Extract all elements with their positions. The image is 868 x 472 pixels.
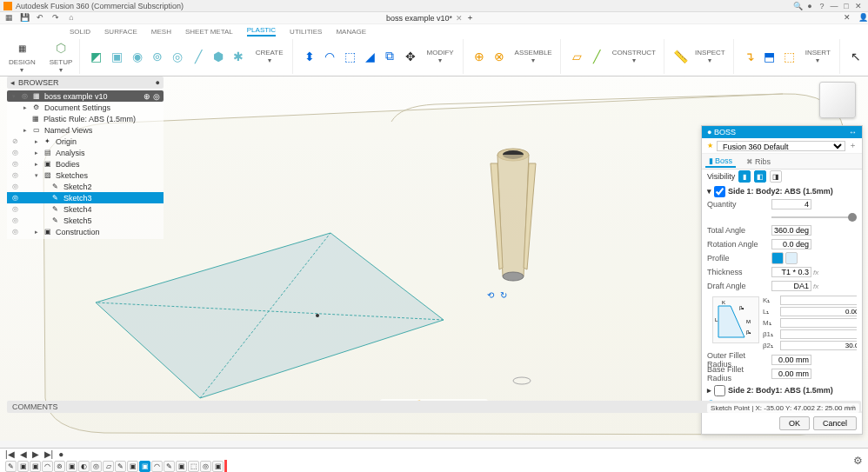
tool-joint[interactable]: ⊕ (471, 47, 489, 66)
vis-mode-1[interactable]: ▮ (738, 170, 751, 183)
tool-insert-mc[interactable]: ⬒ (760, 47, 778, 66)
tool-insert-mesh[interactable]: ⬚ (780, 47, 798, 66)
timeline-feature[interactable]: ▣ (139, 461, 150, 472)
settings-gear-icon[interactable]: ⚙ (853, 455, 863, 467)
tree-root[interactable]: ◎▦boss example v10⊕◎ (7, 90, 164, 102)
tree-analysis[interactable]: ◎▤Analysis (7, 147, 164, 158)
pin-icon[interactable]: ↔ (849, 128, 857, 136)
fx-icon[interactable]: fx (813, 269, 818, 276)
tool-revolve[interactable]: ◉ (128, 47, 146, 66)
tool-shell[interactable]: ⬚ (340, 47, 358, 66)
timeline-feature[interactable]: ▣ (66, 461, 77, 472)
tab-manage[interactable]: MANAGE (336, 28, 366, 37)
timeline-feature[interactable]: ▣ (30, 461, 41, 472)
tool-insert-deriv[interactable]: ↴ (741, 47, 759, 66)
tree-plastic-rule[interactable]: ▦Plastic Rule: ABS (1.5mm) (7, 113, 164, 124)
view-cube[interactable] (819, 82, 856, 118)
vis-mode-3[interactable]: ◨ (770, 170, 782, 183)
document-tab[interactable]: boss example v10* ✕ ＋ (386, 12, 474, 23)
tab-sheet-metal[interactable]: SHEET METAL (185, 28, 233, 37)
tool-as-built[interactable]: ⊗ (491, 47, 509, 66)
boss-tab-boss[interactable]: ▮Boss (705, 156, 736, 168)
vis-mode-2[interactable]: ◧ (754, 170, 766, 183)
tree-doc-settings[interactable]: ⚙Document Settings (7, 102, 164, 113)
tree-sketches[interactable]: ◎▨Sketches (7, 170, 164, 181)
timeline-feature[interactable]: ▣ (127, 461, 138, 472)
add-preset-icon[interactable]: ＋ (849, 140, 857, 151)
param-l1[interactable] (780, 307, 857, 316)
profile-opt-2[interactable] (785, 252, 798, 264)
close-button[interactable]: ✕ (852, 2, 865, 10)
boss-tab-ribs[interactable]: ✖Ribs (743, 156, 774, 167)
tree-construction[interactable]: ◎▣Construction (7, 226, 164, 237)
quantity-input[interactable] (771, 199, 811, 209)
extensions-icon[interactable]: ✕ (842, 13, 852, 23)
side2-check[interactable] (714, 385, 725, 396)
tl-play[interactable]: ▶ (32, 449, 39, 459)
tree-named-views[interactable]: ▭Named Views (7, 124, 164, 136)
tool-rib[interactable]: ╱ (189, 47, 207, 66)
tab-utilities[interactable]: UTILITIES (290, 28, 322, 37)
side2-header[interactable]: ▸Side 2: Body1: ABS (1.5mm) (707, 384, 857, 396)
tool-fillet[interactable]: ◠ (320, 47, 338, 66)
timeline-feature[interactable]: ▱ (103, 461, 114, 472)
tree-bodies[interactable]: ◎▣Bodies (7, 158, 164, 170)
redo-icon[interactable]: ↷ (50, 13, 61, 23)
rotation-angle-input[interactable] (771, 239, 811, 249)
minimize-button[interactable]: — (828, 2, 840, 10)
tool-measure[interactable]: 📏 (671, 47, 689, 66)
side1-header[interactable]: ▾Side 1: Body2: ABS (1.5mm) (707, 185, 857, 197)
setup-button[interactable]: ⬡ SETUP ▾ (46, 37, 77, 76)
tool-plane[interactable]: ▱ (568, 47, 586, 66)
param-b1[interactable] (780, 329, 857, 339)
tree-sketch-item-selected[interactable]: ◎✎Sketch3 (7, 192, 164, 203)
timeline-marker[interactable] (224, 460, 227, 472)
param-k1[interactable] (780, 296, 857, 305)
tool-axis[interactable]: ╱ (588, 47, 606, 66)
tool-snap[interactable]: ⬢ (209, 47, 227, 66)
outer-fillet-input[interactable] (771, 355, 811, 365)
tool-draft[interactable]: ◢ (361, 47, 379, 66)
timeline-feature[interactable]: ✎ (5, 461, 17, 472)
browser-options-icon[interactable]: ● (156, 78, 160, 87)
ok-button[interactable]: OK (779, 416, 810, 430)
tab-surface[interactable]: SURFACE (104, 28, 137, 37)
tool-press-pull[interactable]: ⬍ (300, 47, 318, 66)
add-tab-icon[interactable]: ＋ (466, 12, 474, 23)
tool-select[interactable]: ↖ (847, 47, 865, 66)
param-b2[interactable] (780, 341, 857, 350)
notifications-icon[interactable]: ● (804, 2, 816, 10)
save-icon[interactable]: 💾 (19, 13, 30, 23)
timeline-feature[interactable]: ✎ (164, 461, 175, 472)
side1-check[interactable] (714, 186, 725, 197)
tl-first[interactable]: |◀ (5, 449, 15, 459)
timeline-feature[interactable]: ◎ (200, 461, 211, 472)
browser-header[interactable]: ◂ BROWSER ● (7, 76, 164, 89)
tool-sketch[interactable]: ◩ (87, 47, 105, 66)
preset-select[interactable]: Fusion 360 Default (717, 141, 845, 151)
tl-last[interactable]: ● (58, 449, 63, 459)
timeline-feature[interactable]: ⬚ (188, 461, 199, 472)
close-tab-icon[interactable]: ✕ (456, 14, 463, 23)
tool-extrude[interactable]: ▣ (108, 47, 126, 66)
tab-solid[interactable]: SOLID (70, 28, 90, 37)
timeline-feature[interactable]: ◠ (151, 461, 163, 472)
tl-next[interactable]: ▶| (44, 449, 54, 459)
timeline-feature[interactable]: ◎ (90, 461, 102, 472)
thickness-input[interactable] (771, 267, 811, 277)
canvas-area[interactable]: ⟲ ↻ ◂ BROWSER ● ◎▦boss example v10⊕◎ ⚙Do… (0, 76, 868, 441)
draft-input[interactable] (771, 281, 811, 291)
timeline-feature[interactable]: ◠ (42, 461, 53, 472)
tool-move[interactable]: ✥ (401, 47, 419, 66)
search-icon[interactable]: 🔍 (791, 2, 804, 10)
base-fillet-input[interactable] (771, 369, 811, 379)
timeline-feature[interactable]: ✎ (115, 461, 126, 472)
home-icon[interactable]: ⌂ (66, 13, 77, 23)
data-panel-icon[interactable]: ▦ (3, 13, 14, 23)
quantity-slider[interactable] (707, 211, 857, 223)
tl-prev[interactable]: ◀ (20, 449, 27, 459)
timeline-feature[interactable]: ▣ (176, 461, 187, 472)
collapse-icon[interactable]: ◂ (10, 78, 15, 87)
workspace-switcher[interactable]: ▦ DESIGN ▾ (5, 37, 39, 76)
user-avatar-icon[interactable]: 👤 (858, 13, 868, 23)
